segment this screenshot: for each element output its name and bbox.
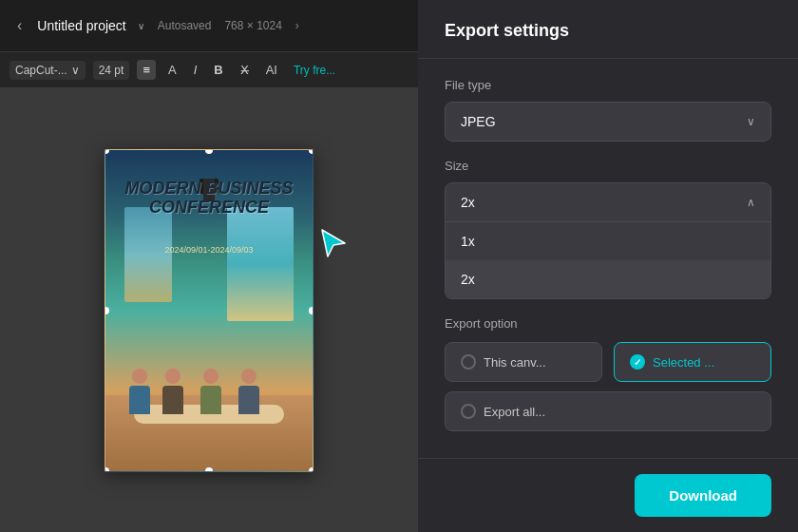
font-name: CapCut-... xyxy=(15,64,67,77)
project-title: Untitled project xyxy=(37,18,125,33)
strikethrough-button[interactable]: X̶ xyxy=(236,60,254,80)
download-footer: Download xyxy=(418,458,798,532)
selected-option[interactable]: Selected ... xyxy=(614,342,771,382)
ai-button[interactable]: AI xyxy=(261,60,282,80)
person-4-head xyxy=(241,369,256,384)
person-3-body xyxy=(200,386,221,414)
text-format-icons: A I B X̶ AI Try fre... xyxy=(163,60,335,80)
canvas-size-label: 768 × 1024 xyxy=(224,19,281,32)
person-2-body xyxy=(162,386,183,414)
export-all-radio xyxy=(461,404,476,419)
export-header: Export settings xyxy=(418,0,798,59)
export-options-row: This canv... Selected ... xyxy=(445,342,771,382)
canvas-size-chevron: › xyxy=(295,19,299,32)
align-button[interactable]: ≡ xyxy=(137,60,156,80)
selected-text: Selected ... xyxy=(653,355,714,370)
font-size: 24 pt xyxy=(99,64,124,77)
font-selector[interactable]: CapCut-... ∨ xyxy=(10,61,86,80)
canvas-area: MODERN BUSINESS CONFERENCE 2024/09/01-20… xyxy=(0,88,418,532)
this-canvas-radio xyxy=(461,354,476,370)
this-canvas-text: This canv... xyxy=(484,355,546,370)
export-title: Export settings xyxy=(445,21,569,40)
editor-panel: ‹ Untitled project ∨ Autosaved 768 × 102… xyxy=(0,0,418,532)
svg-marker-0 xyxy=(322,230,345,256)
download-button[interactable]: Download xyxy=(635,474,771,517)
export-option-label: Export option xyxy=(445,316,771,331)
size-option-1x[interactable]: 1x xyxy=(446,222,770,260)
font-chevron-icon: ∨ xyxy=(71,64,80,77)
try-free-label[interactable]: Try fre... xyxy=(294,64,335,77)
file-type-chevron-icon: ∨ xyxy=(747,115,755,128)
size-selector[interactable]: 24 pt xyxy=(93,61,130,80)
poster-title-line1: MODERN BUSINESS xyxy=(124,179,293,198)
person-1-body xyxy=(129,386,150,414)
poster-title-line2: CONFERENCE xyxy=(149,198,269,217)
person-2-head xyxy=(165,369,180,384)
person-4 xyxy=(238,369,259,414)
size-selector[interactable]: 2x ∧ xyxy=(445,182,771,222)
project-title-chevron[interactable]: ∨ xyxy=(138,21,144,31)
person-4-body xyxy=(238,386,259,414)
export-all-text: Export all... xyxy=(484,405,545,419)
window-right-shape xyxy=(227,207,294,321)
back-button[interactable]: ‹ xyxy=(11,13,28,38)
person-1 xyxy=(129,369,150,414)
italic-button[interactable]: I xyxy=(189,60,202,80)
text-color-button[interactable]: A xyxy=(163,60,181,80)
person-1-head xyxy=(132,369,147,384)
file-type-label: File type xyxy=(445,78,771,92)
file-type-selector[interactable]: JPEG ∨ xyxy=(445,102,771,142)
bold-button[interactable]: B xyxy=(209,60,227,80)
selected-radio xyxy=(630,354,645,370)
file-type-value: JPEG xyxy=(461,114,496,129)
poster-canvas[interactable]: MODERN BUSINESS CONFERENCE 2024/09/01-20… xyxy=(104,149,314,472)
top-bar: ‹ Untitled project ∨ Autosaved 768 × 102… xyxy=(0,0,418,52)
size-field: Size 2x ∧ 1x 2x xyxy=(445,159,771,299)
export-panel: Export settings File type JPEG ∨ Size 2x… xyxy=(418,0,798,532)
poster-title: MODERN BUSINESS CONFERENCE xyxy=(105,179,313,218)
export-all-option[interactable]: Export all... xyxy=(445,391,771,431)
size-chevron-icon: ∧ xyxy=(747,196,755,209)
window-left-shape xyxy=(124,207,172,302)
size-dropdown: 1x 2x xyxy=(445,222,771,299)
person-3-head xyxy=(203,369,218,384)
person-3 xyxy=(200,369,221,414)
person-2 xyxy=(162,369,183,414)
poster-date: 2024/09/01-2024/09/03 xyxy=(105,245,313,255)
size-label: Size xyxy=(445,159,771,173)
export-body: File type JPEG ∨ Size 2x ∧ 1x 2x Export … xyxy=(418,59,798,458)
toolbar: CapCut-... ∨ 24 pt ≡ A I B X̶ AI Try fre… xyxy=(0,52,418,88)
autosaved-label: Autosaved xyxy=(158,19,212,32)
size-value: 2x xyxy=(461,195,475,210)
align-icon: ≡ xyxy=(142,63,150,77)
this-canvas-option[interactable]: This canv... xyxy=(445,342,602,382)
size-option-2x[interactable]: 2x xyxy=(446,260,770,298)
